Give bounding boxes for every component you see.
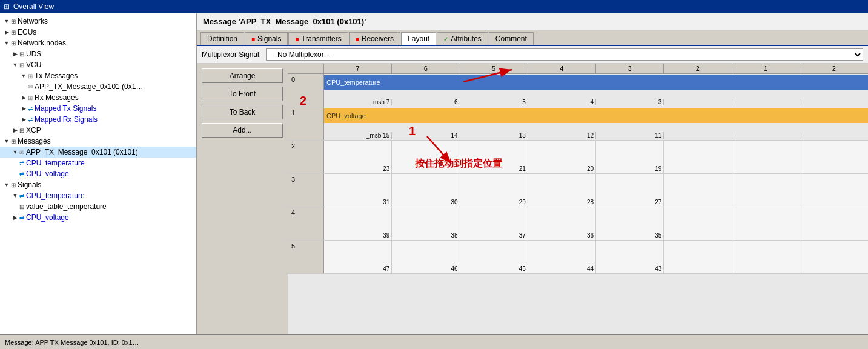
- message-title: Message 'APP_TX_Message_0x101 (0x101)': [197, 13, 868, 30]
- cell-21: 21: [460, 141, 528, 173]
- grid-row-2: 2 23 21 20 19: [288, 141, 868, 174]
- tab-attributes[interactable]: ✓ Attributes: [437, 32, 488, 45]
- cell-19: 19: [596, 141, 664, 173]
- tree-label: CPU_voltage: [26, 170, 69, 178]
- cell-msb-0: [800, 99, 868, 105]
- grid-row-1: 1 CPU_voltage _msb 15 14 13 12: [288, 107, 868, 141]
- tree-item-xcp[interactable]: ▶ ⊞ XCP: [0, 125, 196, 136]
- tab-layout-label: Layout: [408, 35, 429, 43]
- tree-label: CPU_temperature: [26, 191, 85, 200]
- multiplexor-select[interactable]: – No Multiplexor –: [266, 48, 863, 61]
- grid-row-4: 4 39 38 37 36 35: [288, 207, 868, 241]
- row-num-2: 2: [288, 141, 324, 173]
- cell-msb-12: 12: [528, 132, 596, 139]
- cpu-temp-signal-0[interactable]: CPU_temperature: [324, 75, 868, 90]
- col-header-6: 6: [392, 64, 460, 73]
- title-icon: ⊞: [4, 2, 10, 11]
- cell-29: 29: [460, 174, 528, 207]
- tabs-bar: Definition ■ Signals ■ Transmitters ■ Re…: [197, 30, 868, 46]
- tofront-button[interactable]: To Front: [202, 87, 283, 101]
- cell-msb-1: [732, 99, 800, 105]
- cell-30: 30: [392, 174, 460, 207]
- tree-item-value-table[interactable]: ⊞ value_table_temperature: [0, 201, 196, 212]
- tab-transmitters[interactable]: ■ Transmitters: [288, 32, 348, 45]
- tree-item-signals[interactable]: ▼ ⊞ Signals: [0, 179, 196, 190]
- tree-item-vcu[interactable]: ▼ ⊞ VCU: [0, 59, 196, 70]
- cell-empty10: [664, 241, 732, 273]
- cell-msb-6: 6: [392, 99, 460, 105]
- tree-item-app-tx-msg2[interactable]: ▼ ✉ APP_TX_Message_0x101 (0x101): [0, 147, 196, 158]
- grid-header: 7 6 5 4 3 2 1 2: [288, 64, 868, 74]
- cell-msb-7: _msb 7: [324, 99, 392, 105]
- cell-45: 45: [460, 241, 528, 273]
- layout-content: Multiplexor Signal: – No Multiplexor – A…: [197, 46, 868, 334]
- cell-36: 36: [528, 207, 596, 240]
- tab-definition[interactable]: Definition: [200, 32, 244, 45]
- cell-empty7: [664, 207, 732, 240]
- cell-27: 27: [596, 174, 664, 207]
- grid-row-0: 0 CPU_temperature _msb 7 6 5 4: [288, 74, 868, 107]
- tree-item-cpu-volt2[interactable]: ▶ ⇌ CPU_voltage: [0, 212, 196, 223]
- cell-empty11: [732, 241, 800, 273]
- tree-item-cpu-temp2[interactable]: ▼ ⇌ CPU_temperature: [0, 190, 196, 201]
- add-button[interactable]: Add...: [202, 123, 283, 138]
- multiplexor-label: Multiplexor Signal:: [202, 50, 261, 59]
- tree-item-cpu-temp[interactable]: ⇌ CPU_temperature: [0, 158, 196, 168]
- cell-empty1: [664, 141, 732, 173]
- tree-label: Tx Messages: [35, 71, 78, 80]
- grid-row-5: 5 47 46 45 44 43: [288, 241, 868, 274]
- cell-empty4: [664, 174, 732, 207]
- tree-label: value_table_temperature: [26, 202, 107, 211]
- cell-39: 39: [324, 207, 392, 240]
- row-num-5: 5: [288, 241, 324, 273]
- cell-empty2: [732, 141, 800, 173]
- cell-msb-3: 3: [596, 99, 664, 105]
- tree-label: ECUs: [18, 28, 36, 36]
- title-bar: ⊞ Overall View: [0, 0, 868, 13]
- cell-msb-10: [664, 132, 732, 139]
- cell-empty3: [800, 141, 868, 173]
- tree-label: CPU_temperature: [26, 159, 85, 167]
- cell-31: 31: [324, 174, 392, 207]
- cell-msb-14: 14: [392, 132, 460, 139]
- content-area: Message 'APP_TX_Message_0x101 (0x101)' D…: [197, 13, 868, 334]
- tree-label: UDS: [26, 50, 41, 58]
- cell-47: 47: [324, 241, 392, 273]
- tree-item-mappedtx[interactable]: ▶ ⇌ Mapped Tx Signals: [0, 103, 196, 114]
- arrange-button[interactable]: Arrange: [202, 68, 283, 83]
- tree-label: Signals: [18, 181, 41, 189]
- cell-empty9: [800, 207, 868, 240]
- tab-signals[interactable]: ■ Signals: [245, 32, 288, 45]
- col-header-5: 5: [460, 64, 528, 73]
- row-num-1: 1: [288, 107, 324, 140]
- col-header-2: 2: [664, 64, 732, 73]
- tree-item-messages[interactable]: ▼ ⊞ Messages: [0, 136, 196, 147]
- tree-item-app-tx-msg[interactable]: ✉ APP_TX_Message_0x101 (0x1…: [0, 81, 196, 92]
- tab-comment[interactable]: Comment: [489, 32, 534, 45]
- tree-item-txmessages[interactable]: ▼ ⊞ Tx Messages: [0, 70, 196, 81]
- col-header-0: 2: [800, 64, 868, 73]
- col-header-4: 4: [528, 64, 596, 73]
- multiplexor-row: Multiplexor Signal: – No Multiplexor –: [197, 46, 868, 64]
- row-num-4: 4: [288, 207, 324, 240]
- tree-item-rxmessages[interactable]: ▶ ⊞ Rx Messages: [0, 92, 196, 103]
- cell-22: [392, 141, 460, 173]
- tab-signals-label: Signals: [257, 35, 281, 43]
- cell-37: 37: [460, 207, 528, 240]
- tree-item-ecus[interactable]: ▶ ⊞ ECUs: [0, 27, 196, 38]
- cell-msb-4: 4: [528, 99, 596, 105]
- cpu-volt-signal-1[interactable]: CPU_voltage: [324, 108, 868, 123]
- tab-comment-label: Comment: [495, 35, 527, 43]
- tree-item-cpu-volt[interactable]: ⇌ CPU_voltage: [0, 168, 196, 179]
- tab-layout[interactable]: Layout: [401, 32, 436, 45]
- row-num-3: 3: [288, 174, 324, 207]
- tree-item-networks[interactable]: ▼ ⊞ Networks: [0, 16, 196, 27]
- signal-label-cpu-volt: CPU_voltage: [326, 112, 366, 119]
- tab-receivers[interactable]: ■ Receivers: [349, 32, 400, 45]
- tree-item-uds[interactable]: ▶ ⊞ UDS: [0, 48, 196, 59]
- tree-item-mappedrx[interactable]: ▶ ⇌ Mapped Rx Signals: [0, 114, 196, 125]
- controls-panel: Arrange To Front To Back Add...: [197, 64, 288, 334]
- content-inner: Arrange To Front To Back Add... 7 6 5: [197, 64, 868, 334]
- tree-item-networknodes[interactable]: ▼ ⊞ Network nodes: [0, 38, 196, 48]
- toback-button[interactable]: To Back: [202, 105, 283, 119]
